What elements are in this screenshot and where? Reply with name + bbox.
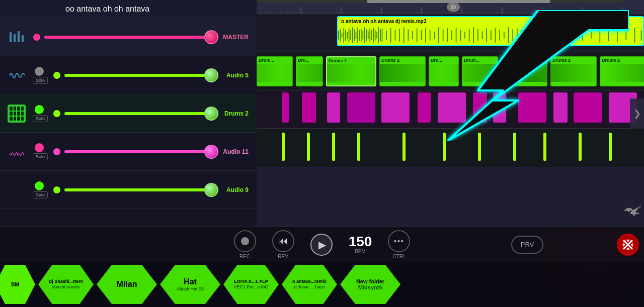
- pink-block-2[interactable]: [302, 92, 316, 123]
- rec-button[interactable]: REC: [234, 230, 256, 259]
- timeline-scrollbar[interactable]: [257, 0, 624, 3]
- drums-block-6[interactable]: Drum...: [462, 56, 498, 86]
- scrollbar-thumb[interactable]: [367, 0, 550, 3]
- master-fader-dot[interactable]: [33, 34, 40, 41]
- pink-block-6[interactable]: [418, 92, 431, 123]
- drums-block-3[interactable]: Drums 2: [326, 56, 376, 86]
- svg-point-124: [627, 240, 629, 242]
- audio11-fader-track[interactable]: [64, 150, 218, 153]
- audio11-fader-area: [49, 148, 222, 155]
- master-fader-track[interactable]: [44, 36, 218, 39]
- hex-hat[interactable]: Hat Attack Hat 03: [160, 265, 220, 304]
- svg-rect-85: [451, 30, 452, 40]
- hex-loiya-subtitle: VEC1 Per...n 042: [233, 284, 269, 289]
- green-line-1[interactable]: [282, 133, 285, 161]
- svg-rect-70: [386, 31, 387, 40]
- audio9-fader-track[interactable]: [64, 188, 218, 191]
- audio11-fader-dot[interactable]: [53, 148, 60, 155]
- drums-block-8[interactable]: Drums 2: [550, 56, 597, 86]
- pink-block-7[interactable]: [438, 92, 466, 123]
- green-line-9[interactable]: [543, 133, 546, 161]
- audio5-fader-dot[interactable]: [53, 72, 60, 79]
- record-circle: [241, 237, 249, 245]
- audio5-fader-track[interactable]: [64, 74, 218, 77]
- svg-rect-76: [412, 31, 413, 39]
- drums-block-7[interactable]: Drums 2: [501, 56, 547, 86]
- hex-loiya[interactable]: LOIYA K...L FLP VEC1 Per...n 042: [223, 265, 279, 304]
- pink-block-12[interactable]: [574, 92, 602, 123]
- green-line-11[interactable]: [609, 133, 612, 161]
- green-line-4[interactable]: [357, 133, 360, 161]
- svg-rect-69: [382, 28, 383, 42]
- svg-rect-84: [447, 28, 448, 42]
- pink-block-8[interactable]: [473, 92, 487, 123]
- audio5-song-block[interactable]: o antava oh oh antava dj remix.mp3: [337, 16, 644, 46]
- green-line-2[interactable]: [307, 133, 310, 161]
- hex-dj-shashi[interactable]: Dj Shashi...ttern shashi travels: [38, 265, 94, 304]
- audio9-solo-btn[interactable]: Solo: [33, 191, 48, 198]
- pink-block-3[interactable]: [327, 92, 340, 123]
- close-button[interactable]: [617, 234, 639, 256]
- hex-new-folder[interactable]: New folder Midsynth: [340, 265, 400, 304]
- bpm-display: 150 BPM: [349, 235, 372, 254]
- green-line-8[interactable]: [513, 133, 516, 161]
- svg-rect-82: [438, 27, 439, 43]
- audio9-fader-dot[interactable]: [53, 186, 60, 193]
- audio11-fader-knob[interactable]: [204, 145, 218, 159]
- audio11-solo-btn[interactable]: Solo: [33, 153, 48, 160]
- prv-button[interactable]: PRV: [511, 236, 543, 254]
- audio11-label: Audio 11: [222, 148, 253, 155]
- audio9-fader-knob[interactable]: [204, 183, 218, 197]
- audio9-fader-area: [49, 186, 222, 193]
- pink-block-11[interactable]: [553, 92, 568, 123]
- hex-hat-subtitle: Attack Hat 03: [177, 286, 204, 291]
- hex-o-antava[interactable]: o antava...remix dj tusar ... bass: [282, 265, 337, 304]
- play-button[interactable]: ▶: [310, 234, 333, 256]
- green-line-5[interactable]: [403, 133, 406, 161]
- green-line-3[interactable]: [332, 133, 335, 161]
- hex-milan[interactable]: Milan: [97, 265, 157, 304]
- timeline-nav-right[interactable]: ❯: [630, 98, 644, 129]
- svg-rect-81: [434, 32, 435, 39]
- ctrl-button[interactable]: ••• CTRL: [388, 230, 410, 259]
- rev-button[interactable]: ⏮ REV: [272, 230, 294, 259]
- audio9-mute[interactable]: [35, 181, 44, 190]
- svg-rect-51: [350, 30, 351, 40]
- pink-block-5[interactable]: [381, 92, 410, 123]
- svg-rect-86: [456, 28, 457, 43]
- top-area: oo antava oh oh antava: [0, 0, 644, 227]
- green-line-7[interactable]: [478, 133, 481, 161]
- drums2-fader-track[interactable]: [64, 112, 218, 115]
- audio11-mute[interactable]: [35, 143, 44, 152]
- svg-rect-83: [443, 29, 444, 41]
- drums2-solo-btn[interactable]: Solo: [33, 115, 48, 122]
- hex-o-antava-title: o antava...remix: [292, 279, 327, 284]
- drums-block-1[interactable]: Drum...: [257, 56, 293, 86]
- drums-block-9[interactable]: Drums 2: [600, 56, 644, 86]
- drums2-mute[interactable]: [35, 105, 44, 114]
- svg-rect-55: [357, 28, 358, 43]
- svg-rect-101: [521, 30, 522, 40]
- pink-block-9[interactable]: [493, 92, 506, 123]
- drums-block-2[interactable]: Dru...: [296, 56, 323, 86]
- pink-block-1[interactable]: [282, 92, 289, 123]
- master-fader-knob[interactable]: [204, 30, 218, 44]
- hex-new-folder-title: New folder: [356, 278, 384, 284]
- drums2-fader-dot[interactable]: [53, 110, 60, 117]
- audio5-fader-knob[interactable]: [204, 68, 218, 82]
- rev-label: REV: [278, 254, 288, 259]
- drums-block-5[interactable]: Dru...: [429, 56, 459, 86]
- audio5-mute[interactable]: [35, 67, 44, 76]
- drums-block-4[interactable]: Drums 2: [379, 56, 426, 86]
- svg-rect-60: [366, 29, 367, 41]
- master-label: MASTER: [222, 34, 253, 41]
- bpm-label: BPM: [355, 249, 366, 254]
- audio5-solo-btn[interactable]: Solo: [33, 77, 48, 84]
- green-line-10[interactable]: [579, 133, 582, 161]
- pink-block-4[interactable]: [347, 92, 375, 123]
- svg-rect-65: [375, 30, 376, 41]
- hex-bm[interactable]: BM: [0, 265, 35, 304]
- green-line-6[interactable]: [443, 133, 446, 161]
- drums2-fader-knob[interactable]: [204, 107, 218, 121]
- pink-block-10[interactable]: [518, 92, 546, 123]
